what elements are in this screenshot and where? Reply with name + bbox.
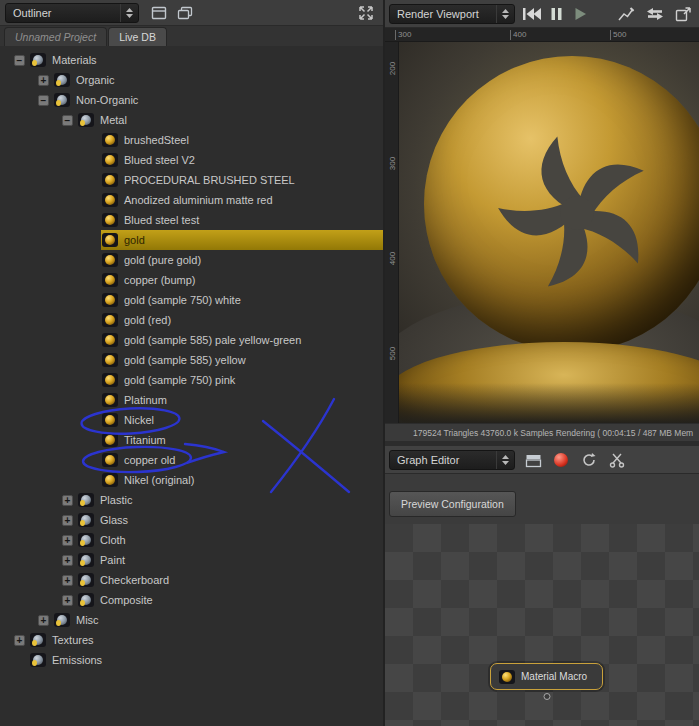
tree-item-cloth[interactable]: +Cloth: [0, 530, 383, 550]
skip-back-button[interactable]: [521, 4, 543, 24]
tree-item-procedural-brushed-steel[interactable]: PROCEDURAL BRUSHED STEEL: [0, 170, 383, 190]
collapse-toggle[interactable]: −: [62, 115, 73, 126]
toggle-spacer: [86, 360, 101, 361]
tree-item-materials[interactable]: −Materials: [0, 50, 383, 70]
tree-item-blued-steel-test[interactable]: Blued steel test: [0, 210, 383, 230]
tone-curve-icon[interactable]: [615, 4, 637, 24]
tree-item-plastic[interactable]: +Plastic: [0, 490, 383, 510]
indent: [0, 460, 86, 461]
tree-item-label: Titanium: [124, 434, 166, 446]
expand-panel-icon[interactable]: [355, 3, 377, 23]
tree-item-gold-red[interactable]: gold (red): [0, 310, 383, 330]
expand-toggle[interactable]: +: [62, 515, 73, 526]
outliner-selector[interactable]: Outliner: [5, 3, 139, 23]
indent: [0, 500, 62, 501]
tree-item-gold-sample-750-white[interactable]: gold (sample 750) white: [0, 290, 383, 310]
tree-item-metal[interactable]: −Metal: [0, 110, 383, 130]
graph-canvas[interactable]: Material Macro: [385, 524, 699, 726]
snippet-icon[interactable]: [605, 450, 629, 470]
tree-item-nikel-original[interactable]: Nikel (original): [0, 470, 383, 490]
indent: [0, 660, 14, 661]
material-ball-icon: [102, 393, 118, 407]
tree-item-label: Cloth: [100, 534, 126, 546]
play-button[interactable]: [569, 4, 591, 24]
tab-live-db[interactable]: Live DB: [108, 27, 167, 46]
collapse-toggle[interactable]: −: [38, 95, 49, 106]
tree-item-composite[interactable]: +Composite: [0, 590, 383, 610]
tree-item-gold[interactable]: gold: [0, 230, 383, 250]
expand-toggle[interactable]: +: [38, 615, 49, 626]
tree-item-misc[interactable]: +Misc: [0, 610, 383, 630]
node-output-port[interactable]: [543, 693, 550, 700]
tree-item-nickel[interactable]: Nickel: [0, 410, 383, 430]
category-icon: [54, 73, 70, 87]
tree-item-blued-steel-v2[interactable]: Blued steel V2: [0, 150, 383, 170]
tree-item-organic[interactable]: +Organic: [0, 70, 383, 90]
material-macro-node[interactable]: Material Macro: [490, 663, 603, 690]
tree-item-emissions[interactable]: Emissions: [0, 650, 383, 670]
indent: [0, 440, 86, 441]
ruler-tick: 300: [388, 154, 397, 174]
material-tree[interactable]: −Materials+Organic−Non-Organic−Metalbrus…: [0, 46, 383, 726]
expand-toggle[interactable]: +: [62, 575, 73, 586]
toggle-spacer: [86, 220, 101, 221]
expand-toggle[interactable]: +: [62, 495, 73, 506]
tree-item-label: gold (sample 585) pale yellow-green: [124, 334, 301, 346]
tree-item-gold-pure-gold[interactable]: gold (pure gold): [0, 250, 383, 270]
red-material-icon[interactable]: [549, 450, 573, 470]
material-ball-icon: [102, 433, 118, 447]
tree-item-brushedsteel[interactable]: brushedSteel: [0, 130, 383, 150]
material-ball-icon: [102, 153, 118, 167]
combo-arrows-icon: [496, 451, 510, 469]
expand-toggle[interactable]: +: [62, 595, 73, 606]
swap-arrows-icon[interactable]: [643, 4, 667, 24]
viewport-selector[interactable]: Render Viewport: [389, 4, 515, 24]
material-ball-icon: [102, 173, 118, 187]
preview-configuration-button[interactable]: Preview Configuration: [389, 491, 516, 517]
indent: [0, 60, 14, 61]
new-window-icon[interactable]: [521, 450, 545, 470]
expand-toggle[interactable]: +: [62, 535, 73, 546]
material-ball-icon: [102, 273, 118, 287]
tree-item-paint[interactable]: +Paint: [0, 550, 383, 570]
pause-button[interactable]: [545, 4, 567, 24]
toggle-spacer: [86, 300, 101, 301]
tree-item-gold-sample-585-pale-yellow-green[interactable]: gold (sample 585) pale yellow-green: [0, 330, 383, 350]
tree-item-copper-old[interactable]: copper old: [0, 450, 383, 470]
material-ball-icon: [102, 193, 118, 207]
tree-item-titanium[interactable]: Titanium: [0, 430, 383, 450]
tree-item-gold-sample-585-yellow[interactable]: gold (sample 585) yellow: [0, 350, 383, 370]
tree-item-copper-bump[interactable]: copper (bump): [0, 270, 383, 290]
indent: [0, 560, 62, 561]
material-macro-label: Material Macro: [521, 671, 587, 682]
tree-item-label: gold (sample 750) white: [124, 294, 241, 306]
material-ball-icon: [102, 453, 118, 467]
ruler-tick: 400: [510, 30, 526, 40]
tree-item-gold-sample-750-pink[interactable]: gold (sample 750) pink: [0, 370, 383, 390]
tree-item-checkerboard[interactable]: +Checkerboard: [0, 570, 383, 590]
indent: [0, 580, 62, 581]
expand-toggle[interactable]: +: [62, 555, 73, 566]
tree-item-anodized-aluminium-matte-red[interactable]: Anodized aluminium matte red: [0, 190, 383, 210]
refresh-icon[interactable]: [577, 450, 601, 470]
graph-editor-selector[interactable]: Graph Editor: [389, 450, 515, 470]
material-ball-icon: [102, 353, 118, 367]
duplicate-panel-icon[interactable]: [174, 3, 196, 23]
toggle-spacer: [86, 340, 101, 341]
material-ball-icon: [102, 313, 118, 327]
expand-toggle[interactable]: +: [38, 75, 49, 86]
tab-unnamed-project[interactable]: Unnamed Project: [4, 27, 107, 46]
tree-item-label: gold (sample 750) pink: [124, 374, 235, 386]
tab-label: Live DB: [119, 31, 156, 43]
tree-item-textures[interactable]: +Textures: [0, 630, 383, 650]
material-ball-icon: [102, 333, 118, 347]
collapse-toggle[interactable]: −: [14, 55, 25, 66]
tree-item-label: Nikel (original): [124, 474, 194, 486]
tree-item-platinum[interactable]: Platinum: [0, 390, 383, 410]
tree-item-glass[interactable]: +Glass: [0, 510, 383, 530]
pop-out-icon[interactable]: [671, 4, 695, 24]
tree-item-non-organic[interactable]: −Non-Organic: [0, 90, 383, 110]
panel-icon[interactable]: [148, 3, 170, 23]
expand-toggle[interactable]: +: [14, 635, 25, 646]
render-viewport[interactable]: [399, 42, 699, 423]
